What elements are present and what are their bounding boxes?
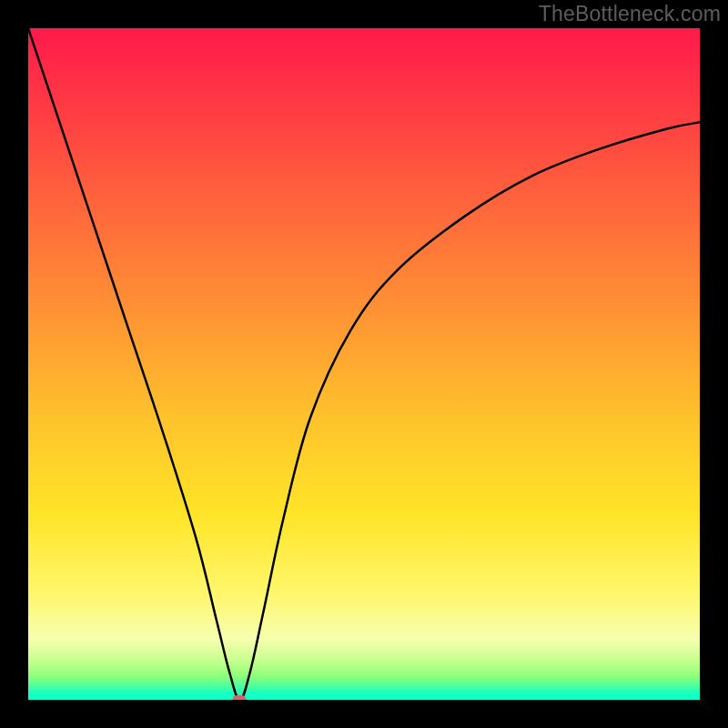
watermark-text: TheBottleneck.com — [539, 2, 721, 26]
chart-frame: TheBottleneck.com — [0, 0, 728, 728]
bottleneck-curve-path — [28, 28, 700, 700]
min-marker — [233, 695, 247, 700]
plot-area — [28, 28, 700, 700]
curve-svg — [28, 28, 700, 700]
